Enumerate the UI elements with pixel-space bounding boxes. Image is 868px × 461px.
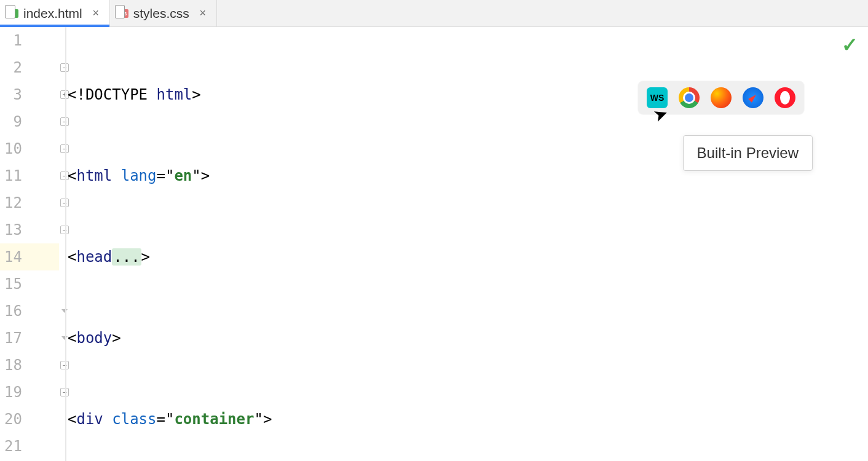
close-icon[interactable]: ×: [91, 9, 101, 18]
folded-region[interactable]: ...: [112, 248, 141, 266]
line-number: 14: [0, 243, 59, 270]
line-number: 17: [0, 325, 59, 352]
line-number: 3: [0, 81, 59, 108]
tab-styles-css[interactable]: css styles.css ×: [110, 0, 217, 26]
tab-bar: H index.html × css styles.css ×: [0, 0, 868, 27]
tooltip: Built-in Preview: [683, 135, 813, 171]
code-line: <body>: [68, 325, 868, 352]
code-line: <head...>: [68, 243, 868, 270]
line-number: 2: [0, 54, 59, 81]
code-line: <div class="container">: [68, 406, 868, 433]
close-icon[interactable]: ×: [198, 9, 208, 18]
line-number: 21: [0, 433, 59, 460]
html-file-icon: H: [5, 7, 18, 20]
inspection-ok-icon[interactable]: ✓: [842, 33, 858, 57]
tab-index-html[interactable]: H index.html ×: [0, 0, 110, 26]
line-number: 9: [0, 108, 59, 135]
tab-label: styles.css: [133, 6, 189, 21]
line-number: 13: [0, 216, 59, 243]
line-number: 15: [0, 270, 59, 297]
line-number: 1: [0, 27, 59, 54]
line-number: 12: [0, 189, 59, 216]
line-number: 19: [0, 379, 59, 406]
gutter: 1 2 3 9 10 11 12 13 14 15 16 17 18 19 20…: [0, 27, 61, 461]
firefox-icon[interactable]: [711, 87, 732, 108]
line-number: 20: [0, 406, 59, 433]
safari-icon[interactable]: [743, 87, 763, 108]
line-number: 16: [0, 297, 59, 325]
chrome-icon[interactable]: [679, 87, 700, 108]
opera-icon[interactable]: [775, 87, 795, 108]
line-number: 11: [0, 162, 59, 189]
line-number: 18: [0, 352, 59, 379]
tab-label: index.html: [23, 6, 82, 21]
css-file-icon: css: [115, 7, 128, 20]
line-number: 10: [0, 135, 59, 162]
